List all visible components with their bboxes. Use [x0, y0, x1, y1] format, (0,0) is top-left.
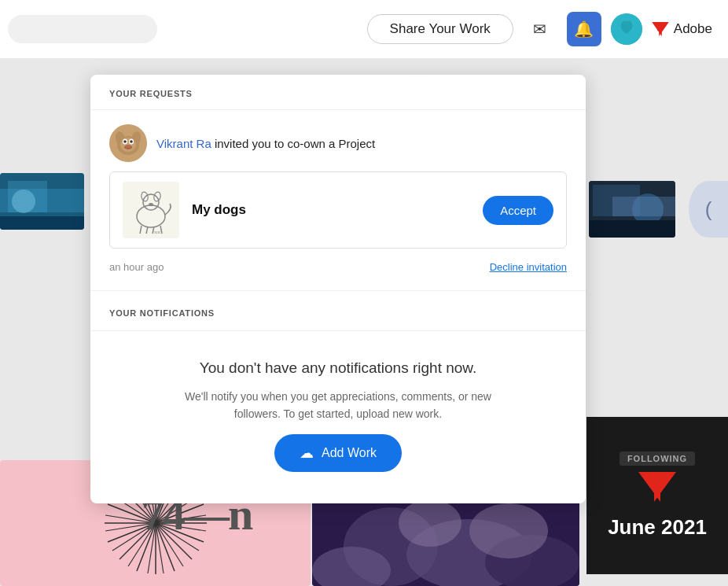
following-month: June 2021: [608, 515, 707, 540]
notifications-section-header: YOUR NOTIFICATIONS: [90, 291, 586, 331]
user-avatar[interactable]: [611, 13, 642, 45]
requester-name: Vikrant Ra: [156, 137, 211, 150]
svg-point-4: [12, 190, 35, 213]
adobe-logo: Adobe: [652, 21, 712, 37]
svg-point-53: [149, 203, 153, 206]
adobe-label: Adobe: [674, 21, 712, 37]
requester-avatar: [109, 124, 147, 162]
bg-image-2: [589, 181, 675, 238]
svg-rect-9: [589, 220, 675, 238]
header: Share Your Work ✉ 🔔 Adobe: [0, 0, 728, 58]
search-pill[interactable]: [8, 15, 157, 43]
add-work-button[interactable]: ☁ Add Work: [274, 434, 402, 472]
empty-notifications-subtitle: We'll notify you when you get appreciati…: [165, 388, 511, 423]
svg-rect-10: [612, 197, 675, 216]
svg-text:xoc: xoc: [154, 230, 161, 234]
svg-point-33: [469, 503, 548, 558]
accept-button[interactable]: Accept: [483, 196, 553, 225]
adobe-following-icon: [638, 472, 676, 509]
svg-point-41: [123, 140, 127, 143]
project-name: My dogs: [192, 202, 470, 218]
empty-notifications-title: You don't have any notifications right n…: [200, 359, 477, 377]
upload-cloud-icon: ☁: [300, 444, 314, 462]
bg-side-btn[interactable]: (: [689, 181, 728, 238]
bg-image-1: [0, 173, 84, 230]
request-footer: an hour ago Decline invitation: [109, 258, 567, 276]
invitation-text: invited you to co-own a Project: [215, 137, 375, 150]
following-card: FOLLOWING June 2021: [586, 417, 728, 574]
requester-text: Vikrant Ra invited you to co-own a Proje…: [156, 135, 375, 152]
requester-info: Vikrant Ra invited you to co-own a Proje…: [109, 124, 567, 162]
svg-point-32: [399, 499, 461, 547]
panel-caret: [406, 75, 428, 76]
envelope-icon: ✉: [533, 20, 546, 39]
bell-icon: 🔔: [574, 20, 594, 39]
notification-panel: YOUR REQUESTS: [90, 75, 586, 503]
adobe-logo-icon: [652, 22, 669, 36]
request-row: Vikrant Ra invited you to co-own a Proje…: [90, 110, 586, 291]
notifications-label: YOUR NOTIFICATIONS: [109, 308, 215, 318]
requests-section-header: YOUR REQUESTS: [90, 75, 586, 110]
decline-invitation-button[interactable]: Decline invitation: [490, 261, 567, 273]
empty-notifications: You don't have any notifications right n…: [90, 331, 586, 503]
add-work-label: Add Work: [322, 446, 377, 460]
project-card: xoc My dogs Accept: [109, 171, 567, 249]
svg-rect-5: [0, 216, 84, 230]
following-badge: FOLLOWING: [620, 451, 695, 466]
share-your-work-button[interactable]: Share Your Work: [367, 14, 513, 44]
mail-button[interactable]: ✉: [523, 12, 557, 46]
time-ago: an hour ago: [109, 261, 164, 273]
project-thumbnail: xoc: [123, 182, 179, 238]
svg-point-42: [130, 140, 133, 143]
notifications-button[interactable]: 🔔: [567, 12, 601, 46]
